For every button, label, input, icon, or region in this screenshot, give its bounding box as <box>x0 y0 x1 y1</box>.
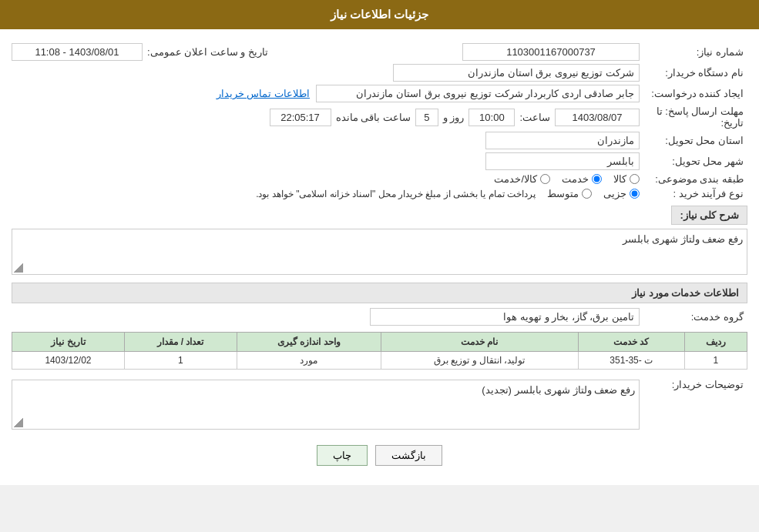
dastgah-value: شرکت توزیع نیروی برق استان مازندران <box>393 64 640 82</box>
row-sharh-koli: شرح کلی نیاز: <box>12 206 747 225</box>
row-ijad: ایجاد کننده درخواست: جابر صادقی اردی کار… <box>12 85 747 102</box>
button-row: بازگشت چاپ <box>12 445 747 466</box>
radio-jozii: جزیی <box>603 188 640 199</box>
ijad-value: جابر صادقی اردی کاربردار شرکت توزیع نیرو… <box>316 85 640 102</box>
col-radif: ردیف <box>684 333 747 352</box>
bazgasht-button[interactable]: بازگشت <box>375 445 442 466</box>
row-dastgah: نام دستگاه خریدار: شرکت توزیع نیروی برق … <box>12 64 747 82</box>
ijad-label: ایجاد کننده درخواست: <box>640 88 747 99</box>
resize-handle <box>14 263 23 273</box>
gorohe-khadamat-value: تامین برق، گاز، بخار و تهویه هوا <box>370 308 640 326</box>
radio-kala: کالا <box>613 173 640 185</box>
shomara-label: شماره نیاز: <box>640 46 747 58</box>
services-table: ردیف کد خدمت نام خدمت واحد اندازه گیری ت… <box>12 332 747 370</box>
saat-baqi-label: ساعت باقی مانده <box>336 112 411 123</box>
row-tabaqe: طبقه بندی موضوعی: کالا/خدمت خدمت کالا <box>12 173 747 185</box>
sharh-koli-text: رفع ضعف ولتاژ شهری بابلسر <box>16 233 743 245</box>
row-ostan: استان محل تحویل: مازندران <box>12 132 747 149</box>
cell-kod: ت -35-351 <box>578 352 684 370</box>
date-value: 1403/08/07 <box>555 109 640 126</box>
col-tarikh: تاریخ نیاز <box>12 333 125 352</box>
sharh-koli-box: رفع ضعف ولتاژ شهری بابلسر <box>12 229 747 275</box>
saat-baqi-value: 22:05:17 <box>270 109 331 126</box>
ostan-label: استان محل تحویل: <box>640 135 747 146</box>
cell-vahed: مورد <box>237 352 381 370</box>
time-value: 10:00 <box>468 109 515 126</box>
mohlat-label: مهلت ارسال پاسخ: تا تاریخ: <box>640 105 747 129</box>
radio-kala-khadamat: کالا/خدمت <box>494 173 550 185</box>
shahr-label: شهر محل تحویل: <box>640 156 747 167</box>
farayand-note: پرداخت تمام یا بخشی از مبلغ خریدار محل "… <box>256 189 536 199</box>
row-shomara: شماره نیاز: 1103001167000737 تاریخ و ساع… <box>12 43 747 61</box>
row-gorohe-khadamat: گروه خدمت: تامین برق، گاز، بخار و تهویه … <box>12 308 747 326</box>
col-vahed: واحد اندازه گیری <box>237 333 381 352</box>
tosifat-box: رفع ضعف ولتاژ شهری بابلسر (تجدید) <box>12 380 640 430</box>
main-container: جزئیات اطلاعات نیاز شماره نیاز: 11030011… <box>0 0 759 485</box>
radio-motevasset: متوسط <box>547 188 592 199</box>
ostan-value: مازندران <box>485 132 640 149</box>
header-title: جزئیات اطلاعات نیاز <box>331 8 428 21</box>
radio-jozii-input[interactable] <box>630 189 640 199</box>
chap-button[interactable]: چاپ <box>317 445 368 466</box>
radio-khadamat-input[interactable] <box>592 174 602 184</box>
farayand-radio-group: متوسط جزیی <box>547 188 640 199</box>
cell-tedad: 1 <box>124 352 237 370</box>
cell-nam: تولید، انتقال و توزیع برق <box>381 352 578 370</box>
radio-khadamat-label: خدمت <box>562 173 589 185</box>
cell-tarikh: 1403/12/02 <box>12 352 125 370</box>
col-kod: کد خدمت <box>578 333 684 352</box>
gorohe-khadamat-label: گروه خدمت: <box>640 311 747 323</box>
row-farayand: نوع فرآیند خرید : متوسط جزیی پرداخت تمام… <box>12 188 747 199</box>
row-tosifat: توضیحات خریدار: رفع ضعف ولتاژ شهری بابلس… <box>12 376 747 433</box>
dastgah-label: نام دستگاه خریدار: <box>640 67 747 79</box>
radio-kala-input[interactable] <box>630 174 640 184</box>
row-shahr: شهر محل تحویل: بابلسر <box>12 152 747 170</box>
col-nam: نام خدمت <box>381 333 578 352</box>
radio-khadamat: خدمت <box>562 173 602 185</box>
cell-radif: 1 <box>684 352 747 370</box>
col-tedad: تعداد / مقدار <box>124 333 237 352</box>
radio-kala-label: کالا <box>613 173 626 185</box>
radio-jozii-label: جزیی <box>603 188 626 199</box>
radio-motevasset-label: متوسط <box>547 188 579 199</box>
tosifat-resize-handle <box>14 418 23 427</box>
shomara-value: 1103001167000737 <box>462 43 640 61</box>
tabaqe-label: طبقه بندی موضوعی: <box>640 173 747 185</box>
tarikh-elan-label: تاریخ و ساعت اعلان عمومی: <box>147 46 268 58</box>
time-label: ساعت: <box>519 112 550 123</box>
main-content: شماره نیاز: 1103001167000737 تاریخ و ساع… <box>0 29 759 485</box>
tabaqe-radio-group: کالا/خدمت خدمت کالا <box>494 173 640 185</box>
tarikh-elan-value: 1403/08/01 - 11:08 <box>12 43 143 61</box>
khadamat-section-title: اطلاعات خدمات مورد نیاز <box>12 283 747 303</box>
radio-kala-khadamat-label: کالا/خدمت <box>494 173 537 185</box>
sharh-koli-section-title: شرح کلی نیاز: <box>671 206 747 225</box>
sharh-koli-content: رفع ضعف ولتاژ شهری بابلسر <box>12 229 747 275</box>
shahr-value: بابلسر <box>485 152 640 170</box>
roz-value: 5 <box>415 109 438 126</box>
radio-motevasset-input[interactable] <box>582 189 592 199</box>
radio-kala-khadamat-input[interactable] <box>540 174 550 184</box>
ettelaat-link[interactable]: اطلاعات تماس خریدار <box>217 88 310 99</box>
roz-label: روز و <box>443 112 465 123</box>
row-mohlat: مهلت ارسال پاسخ: تا تاریخ: 1403/08/07 سا… <box>12 105 747 129</box>
page-header: جزئیات اطلاعات نیاز <box>0 0 759 29</box>
farayand-label: نوع فرآیند خرید : <box>640 188 747 199</box>
tosifat-label: توضیحات خریدار: <box>640 376 747 390</box>
tosifat-text: رفع ضعف ولتاژ شهری بابلسر (تجدید) <box>16 384 635 396</box>
table-row: 1 ت -35-351 تولید، انتقال و توزیع برق مو… <box>12 352 747 370</box>
